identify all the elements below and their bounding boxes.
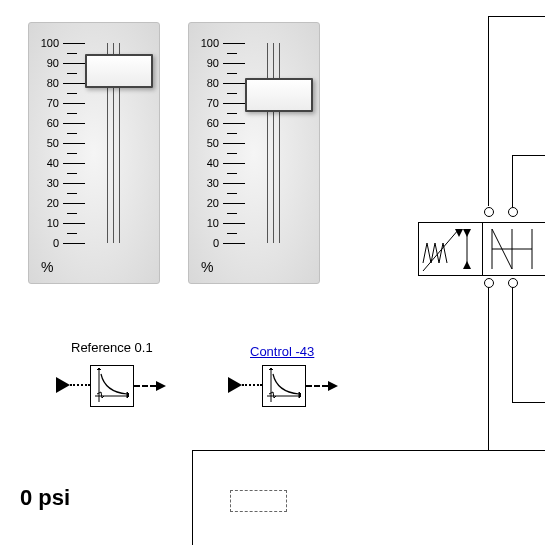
hydraulic-line [192,450,193,545]
valve-port-icon [484,278,494,288]
input-dash-line [242,384,262,388]
control-function-block[interactable] [262,365,306,407]
directional-valve[interactable] [418,222,545,276]
hydraulic-line [512,282,513,402]
valve-port-icon [508,278,518,288]
hydraulic-line [488,16,545,17]
slider-1-unit: % [41,259,53,275]
hydraulic-line [512,155,513,207]
svg-marker-7 [463,229,471,237]
input-dash-line [70,384,90,388]
valve-spring-cell-icon [419,223,482,275]
decay-curve-icon [91,366,133,406]
svg-marker-8 [463,261,471,269]
valve-crossover-cell-icon [482,223,545,275]
input-triangle-icon [228,377,242,393]
valve-port-icon [484,207,494,217]
slider-2-knob[interactable] [245,78,313,112]
output-arrow-icon [156,381,166,391]
hydraulic-line [488,282,489,450]
valve-port-icon [508,207,518,217]
decay-curve-icon [263,366,305,406]
hydraulic-line [512,155,545,156]
reference-block-label: Reference 0.1 [71,340,153,355]
reference-function-block[interactable] [90,365,134,407]
slider-panel-1: 1009080706050403020100 % [28,22,160,284]
hydraulic-line [488,16,489,206]
slider-2-scale: 1009080706050403020100 [199,43,254,243]
output-arrow-icon [328,381,338,391]
slider-2-track [261,43,285,243]
hydraulic-line [512,402,545,403]
placeholder-box [230,490,287,512]
pressure-readout: 0 psi [20,485,70,511]
input-triangle-icon [56,377,70,393]
control-block-link[interactable]: Control -43 [250,344,314,359]
output-dash-line [134,385,156,387]
slider-2-unit: % [201,259,213,275]
slider-1-knob[interactable] [85,54,153,88]
output-dash-line [306,385,328,387]
hydraulic-line [192,450,545,451]
slider-panel-2: 1009080706050403020100 % [188,22,320,284]
